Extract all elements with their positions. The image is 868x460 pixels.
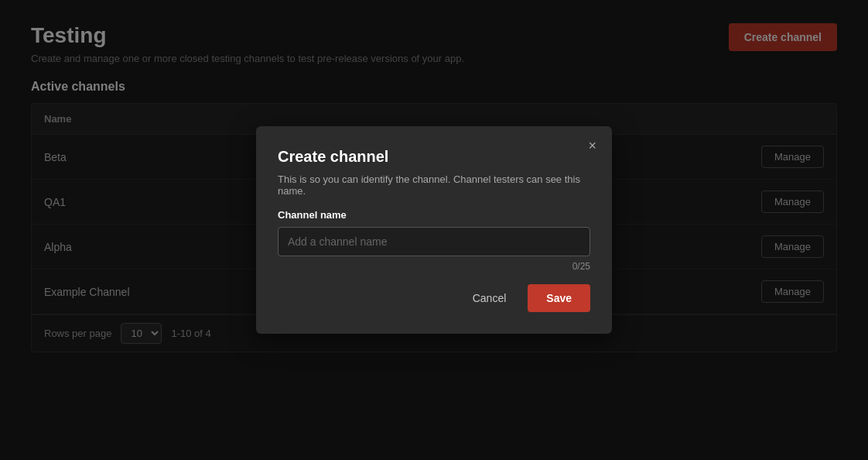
char-count: 0/25 [278, 261, 590, 272]
modal-description: This is so you can identify the channel.… [278, 173, 590, 197]
modal-title: Create channel [278, 148, 590, 166]
modal-overlay: × Create channel This is so you can iden… [0, 0, 868, 460]
modal-close-button[interactable]: × [583, 136, 601, 156]
channel-name-input[interactable] [278, 227, 590, 256]
modal-actions: Cancel Save [278, 284, 590, 312]
create-channel-modal: × Create channel This is so you can iden… [256, 126, 612, 334]
save-button[interactable]: Save [528, 284, 590, 312]
cancel-button[interactable]: Cancel [460, 284, 519, 312]
channel-name-label: Channel name [278, 209, 590, 221]
